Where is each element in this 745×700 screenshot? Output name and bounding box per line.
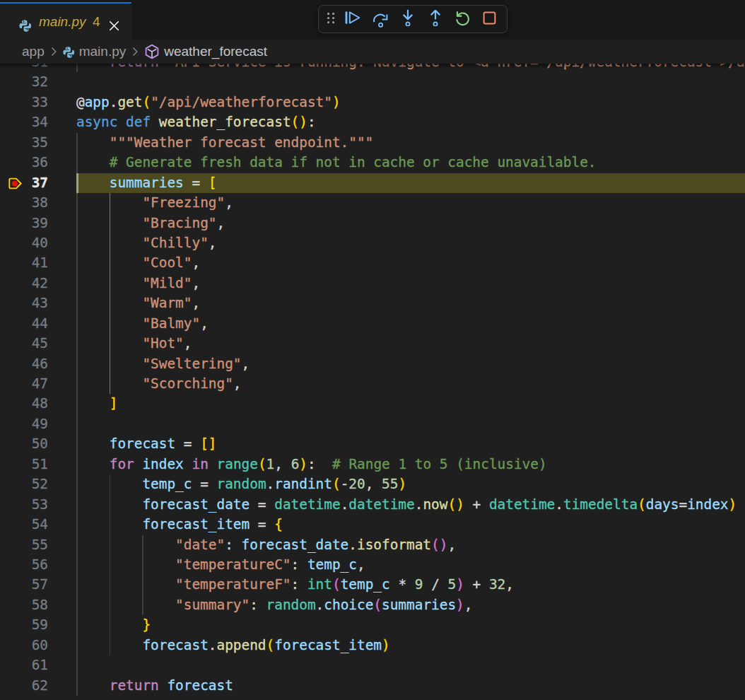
tab-problems-badge: 4 [93, 4, 100, 40]
debug-stop-button[interactable] [478, 6, 502, 33]
code-text: "temperatureC": temp_c, [76, 555, 365, 575]
code-line-43: 43 "Warm", [0, 293, 745, 313]
code-line-40: 40 "Chilly", [0, 233, 745, 253]
code-text: "Cool", [76, 253, 200, 273]
code-line-49: 49 [0, 414, 745, 434]
code-text: "date": forecast_date.isoformat(), [76, 535, 456, 555]
line-number: 45 [0, 334, 48, 354]
line-number: 53 [0, 495, 48, 515]
code-text: "Bracing", [76, 214, 225, 233]
code-line-54: 54 forecast_item = { [0, 515, 745, 535]
code-text: "summary": random.choice(summaries), [76, 595, 472, 615]
indent-guide [76, 133, 78, 173]
symbol-method-icon [144, 44, 160, 59]
debug-step-into-button[interactable] [396, 6, 420, 33]
code-line-35: 35 """Weather forecast endpoint.""" [0, 133, 745, 153]
line-number: 59 [0, 615, 48, 635]
code-line-60: 60 forecast.append(forecast_item) [0, 636, 745, 655]
code-line-55: 55 "date": forecast_date.isoformat(), [0, 535, 745, 555]
code-line-58: 58 "summary": random.choice(summaries), [0, 595, 745, 615]
code-text: async def weather_forecast(): [76, 112, 316, 132]
line-number: 38 [0, 193, 48, 213]
code-line-46: 46 "Sweltering", [0, 354, 745, 374]
gripper-icon [326, 11, 336, 28]
code-text: "Freezing", [76, 193, 233, 213]
code-line-33: 33@app.get("/api/weatherforecast") [0, 93, 745, 112]
line-number: 37 [0, 173, 48, 193]
breadcrumb-label: weather_forecast [164, 44, 267, 59]
debug-continue-icon [344, 11, 361, 28]
line-number: 61 [0, 655, 48, 675]
code-text: @app.get("/api/weatherforecast") [76, 93, 341, 112]
breadcrumb-item-main-py[interactable]: main.py [63, 44, 127, 59]
code-line-47: 47 "Scorching", [0, 374, 745, 394]
line-number: 47 [0, 374, 48, 394]
code-text: """Weather forecast endpoint.""" [76, 133, 373, 153]
code-line-36: 36 # Generate fresh data if not in cache… [0, 153, 745, 173]
breadcrumb-item-app[interactable]: app [22, 44, 45, 59]
breadcrumb-item-weather-forecast[interactable]: weather_forecast [144, 44, 267, 59]
line-number: 51 [0, 455, 48, 474]
line-number: 40 [0, 233, 48, 253]
code-line-51: 51 for index in range(1, 6): # Range 1 t… [0, 455, 745, 474]
code-editor: 31 return "API Service is running. Navig… [0, 64, 745, 700]
chevron-right-icon [131, 47, 139, 57]
code-line-56: 56 "temperatureC": temp_c, [0, 555, 745, 575]
debug-continue-button[interactable] [341, 6, 365, 33]
debug-step-out-icon [428, 9, 442, 29]
close-icon[interactable] [108, 20, 120, 32]
code-line-48: 48 ] [0, 394, 745, 414]
code-line-37: 37 summaries = [ [0, 173, 745, 193]
line-number: 62 [0, 676, 48, 696]
code-text: forecast_date = datetime.datetime.now() … [76, 495, 737, 515]
breadcrumb-label: main.py [79, 44, 127, 59]
code-text: } [76, 615, 151, 635]
line-number: 34 [0, 112, 48, 132]
code-text: "Chilly", [76, 233, 217, 253]
debug-step-into-icon [401, 9, 415, 29]
code-text: temp_c = random.randint(-20, 55) [76, 474, 406, 494]
code-text: ] [76, 394, 117, 414]
code-text: # Generate fresh data if not in cache or… [76, 153, 596, 173]
line-number: 57 [0, 575, 48, 595]
line-number: 33 [0, 93, 48, 112]
line-number: 58 [0, 595, 48, 615]
code-line-44: 44 "Balmy", [0, 314, 745, 334]
code-line-45: 45 "Hot", [0, 334, 745, 354]
indent-guide [110, 474, 111, 655]
debug-restart-button[interactable] [450, 6, 474, 33]
code-text: "Balmy", [76, 314, 209, 334]
code-line-32: 32 [0, 72, 745, 92]
debug-step-over-button[interactable] [369, 6, 393, 33]
code-line-57: 57 "temperatureF": int(temp_c * 9 / 5) +… [0, 575, 745, 595]
indent-guide [142, 535, 143, 616]
debug-step-out-button[interactable] [423, 6, 447, 33]
line-number: 56 [0, 555, 48, 575]
line-number: 32 [0, 72, 48, 92]
code-text: forecast = [] [76, 434, 217, 454]
line-number: 54 [0, 515, 48, 535]
code-line-42: 42 "Mild", [0, 274, 745, 293]
code-line-34: 34async def weather_forecast(): [0, 112, 745, 132]
breakpoint-stackframe-icon[interactable] [8, 177, 23, 189]
tab-main-py[interactable]: main.py 4 [0, 2, 131, 40]
code-text: "Scorching", [76, 374, 242, 394]
code-line-39: 39 "Bracing", [0, 214, 745, 233]
breadcrumb: app main.py weather_forecast [0, 40, 745, 64]
tab-bar: main.py 4 [0, 0, 745, 40]
code-line-53: 53 forecast_date = datetime.datetime.now… [0, 495, 745, 515]
code-text: forecast_item = { [76, 515, 283, 535]
chevron-right-icon [49, 47, 58, 57]
line-number: 60 [0, 636, 48, 655]
code-line-50: 50 forecast = [] [0, 434, 745, 454]
debug-toolbar-drag-handle[interactable] [319, 6, 343, 33]
code-line-61: 61 [0, 655, 745, 675]
line-number: 42 [0, 274, 48, 293]
debug-restart-icon [454, 10, 471, 29]
line-number: 43 [0, 293, 48, 313]
debug-toolbar [318, 5, 508, 33]
code-line-41: 41 "Cool", [0, 253, 745, 273]
line-number: 50 [0, 434, 48, 454]
indent-guide [76, 193, 78, 696]
indent-guide [110, 193, 111, 394]
